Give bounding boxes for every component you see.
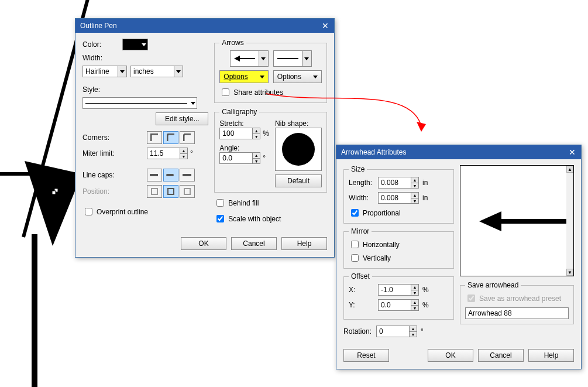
- stretch-label: Stretch:: [219, 119, 269, 128]
- y-spinner[interactable]: ▲▼: [378, 299, 419, 311]
- default-button[interactable]: Default: [275, 174, 322, 187]
- position-inside-toggle[interactable]: [180, 185, 195, 198]
- scale-with-object-checkbox[interactable]: Scale with object: [214, 213, 327, 224]
- corners-label: Corners:: [82, 133, 147, 142]
- size-fieldset: Size Length: ▲▼ in Width: ▲▼: [343, 165, 454, 224]
- help-button[interactable]: Help: [528, 349, 574, 362]
- width-label: Width:: [349, 194, 378, 202]
- rotation-label: Rotation:: [343, 327, 376, 335]
- arrow-options-right-button[interactable]: Options: [273, 70, 322, 83]
- close-icon[interactable]: ✕: [320, 20, 331, 31]
- x-label: X:: [349, 286, 378, 294]
- dialog-title: Arrowhead Attributes: [341, 148, 406, 156]
- help-button[interactable]: Help: [281, 237, 327, 250]
- edit-style-button[interactable]: Edit style...: [156, 112, 208, 125]
- cap-square-toggle[interactable]: [180, 169, 195, 181]
- spin-down-icon[interactable]: ▼: [180, 153, 188, 159]
- width-value-input[interactable]: [82, 66, 118, 77]
- calligraphy-legend: Calligraphy: [219, 108, 259, 116]
- overprint-checkbox[interactable]: Overprint outline: [82, 206, 148, 217]
- style-label: Style:: [82, 85, 122, 94]
- mirror-fieldset: Mirror Horizontally Vertically: [343, 227, 454, 269]
- width-spinner[interactable]: ▲▼: [378, 192, 419, 204]
- nib-preview[interactable]: [275, 128, 322, 171]
- corner-round-toggle[interactable]: [163, 131, 178, 144]
- svg-marker-18: [479, 211, 501, 231]
- position-center-toggle[interactable]: [163, 185, 178, 198]
- offset-fieldset: Offset X: ▲▼ % Y: ▲▼: [343, 272, 454, 320]
- spin-up-icon[interactable]: ▲: [180, 148, 188, 153]
- y-label: Y:: [349, 301, 378, 309]
- nib-label: Nib shape:: [275, 119, 322, 128]
- arrows-fieldset: Arrows Options: [214, 39, 327, 103]
- corners-toggle-group: [147, 131, 196, 144]
- svg-rect-12: [184, 189, 190, 194]
- preset-name-input[interactable]: [465, 307, 569, 319]
- position-label: Position:: [82, 187, 147, 196]
- length-spinner[interactable]: ▲▼: [378, 177, 419, 189]
- miter-spinner[interactable]: ▲▼: [147, 148, 188, 159]
- miter-unit: °: [190, 149, 193, 157]
- mirror-h-checkbox[interactable]: Horizontally: [349, 239, 449, 250]
- mirror-v-checkbox[interactable]: Vertically: [349, 252, 449, 263]
- style-dropdown[interactable]: [82, 97, 197, 109]
- scrollbar[interactable]: ▲ ▼: [566, 166, 573, 276]
- width-combo[interactable]: [82, 66, 127, 77]
- stretch-spinner[interactable]: ▲▼: [219, 128, 260, 139]
- arrowhead-attributes-dialog: Arrowhead Attributes ✕ Size Length: ▲▼ i…: [336, 145, 582, 369]
- arrow-start-dropdown[interactable]: [230, 50, 269, 67]
- reset-button[interactable]: Reset: [343, 349, 389, 362]
- behind-fill-checkbox[interactable]: Behind fill: [214, 197, 327, 208]
- linecaps-label: Line caps:: [82, 171, 147, 179]
- width-unit-combo[interactable]: [130, 66, 183, 77]
- svg-rect-9: [183, 174, 191, 176]
- nib-circle-icon: [282, 133, 315, 166]
- scroll-up-icon[interactable]: ▲: [566, 166, 573, 173]
- ok-button[interactable]: OK: [181, 237, 226, 250]
- share-attributes-checkbox[interactable]: Share attributes: [219, 87, 283, 98]
- cancel-button[interactable]: Cancel: [231, 237, 277, 250]
- scroll-down-icon[interactable]: ▼: [566, 269, 573, 276]
- miter-input[interactable]: [147, 148, 180, 159]
- position-toggle-group: [147, 185, 196, 198]
- arrowhead-preview: ▲ ▼: [460, 165, 574, 276]
- angle-spinner[interactable]: ▲▼: [219, 152, 260, 164]
- miter-label: Miter limit:: [82, 149, 147, 157]
- svg-rect-6: [52, 191, 56, 194]
- overprint-label: Overprint outline: [97, 208, 148, 216]
- svg-rect-7: [150, 174, 158, 176]
- svg-rect-10: [152, 189, 157, 194]
- close-icon[interactable]: ✕: [567, 147, 577, 157]
- svg-rect-8: [166, 174, 174, 176]
- corner-miter-toggle[interactable]: [147, 131, 162, 144]
- cap-flat-toggle[interactable]: [147, 169, 162, 181]
- outline-pen-dialog: Outline Pen ✕ Color: Width:: [75, 18, 335, 258]
- width-unit-input[interactable]: [130, 66, 174, 77]
- color-label: Color:: [82, 40, 122, 49]
- proportional-checkbox[interactable]: Proportional: [349, 207, 401, 218]
- arrow-end-dropdown[interactable]: [273, 50, 312, 67]
- calligraphy-fieldset: Calligraphy Stretch: ▲▼ % Angle:: [214, 108, 327, 193]
- rotation-spinner[interactable]: ▲▼: [376, 326, 417, 337]
- titlebar[interactable]: Outline Pen ✕: [75, 19, 334, 33]
- ok-button[interactable]: OK: [428, 349, 473, 362]
- cancel-button[interactable]: Cancel: [478, 349, 524, 362]
- save-arrowhead-fieldset: Save arrowhead Save as arrowhead preset: [460, 281, 574, 324]
- length-label: Length:: [349, 179, 378, 187]
- arrow-options-left-button[interactable]: Options: [219, 70, 268, 83]
- color-picker[interactable]: [122, 39, 148, 50]
- cap-round-toggle[interactable]: [163, 169, 178, 181]
- angle-label: Angle:: [219, 144, 269, 152]
- width-label: Width:: [82, 54, 122, 62]
- corner-bevel-toggle[interactable]: [180, 131, 195, 144]
- svg-rect-11: [168, 189, 174, 194]
- x-spinner[interactable]: ▲▼: [378, 284, 419, 296]
- position-outside-toggle[interactable]: [147, 185, 162, 198]
- arrows-legend: Arrows: [219, 39, 246, 47]
- svg-marker-14: [234, 56, 240, 61]
- dialog-title: Outline Pen: [80, 22, 117, 30]
- linecaps-toggle-group: [147, 169, 196, 181]
- titlebar[interactable]: Arrowhead Attributes ✕: [336, 145, 581, 159]
- save-preset-checkbox[interactable]: Save as arrowhead preset: [465, 293, 569, 304]
